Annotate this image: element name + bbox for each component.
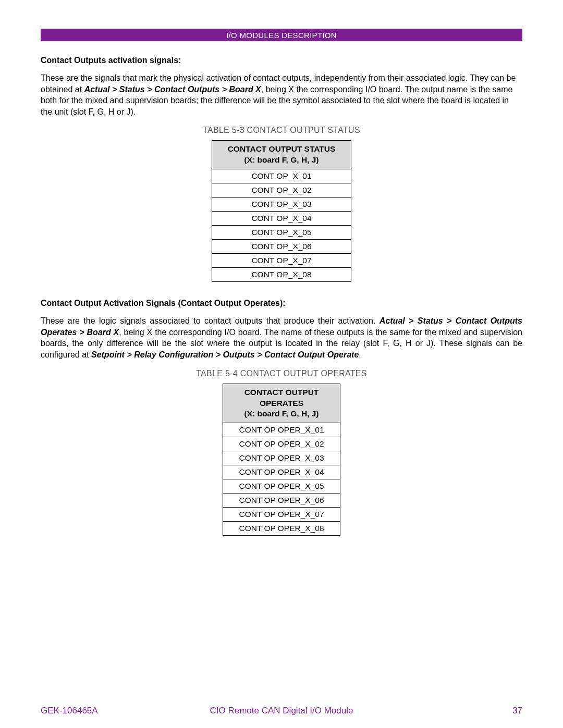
table-row: CONT OP OPER_X_04 [223,465,340,479]
section2-text-a: These are the logic signals associated t… [41,316,380,325]
table2-caption: TABLE 5-4 CONTACT OUTPUT OPERATES [41,369,522,378]
table2-cell: CONT OP OPER_X_02 [223,437,340,451]
table1-caption: TABLE 5-3 CONTACT OUTPUT STATUS [41,126,522,135]
section2-path-bold-2: Setpoint > Relay Configuration > Outputs… [91,350,359,359]
table-row: CONT OP_X_02 [212,183,351,198]
footer-document-code: GEK-106465A [41,706,98,716]
table1-cell: CONT OP_X_05 [212,226,351,240]
table-row: CONT OP_X_04 [212,212,351,226]
section1-path-bold: Actual > Status > Contact Outputs > Boar… [84,85,261,94]
table-row: CONT OP OPER_X_03 [223,451,340,465]
table2-cell: CONT OP OPER_X_04 [223,465,340,479]
table1-cell: CONT OP_X_04 [212,212,351,226]
table1-cell: CONT OP_X_07 [212,254,351,268]
page-header-bar: I/O MODULES DESCRIPTION [41,29,522,41]
table-row: CONT OP OPER_X_06 [223,493,340,508]
table-row: CONT OP OPER_X_08 [223,522,340,536]
page-footer: GEK-106465A CIO Remote CAN Digital I/O M… [41,706,522,716]
table1-cell: CONT OP_X_01 [212,169,351,183]
table2-header-line3: (X: board F, G, H, J) [244,409,319,418]
table2-cell: CONT OP OPER_X_07 [223,508,340,522]
table2-cell: CONT OP OPER_X_08 [223,522,340,536]
table-row: CONT OP_X_03 [212,198,351,212]
table-row: CONT OP_X_07 [212,254,351,268]
table1-header-line2: (X: board F, G, H, J) [244,155,319,164]
section2-heading: Contact Output Activation Signals (Conta… [41,299,522,308]
page-header-title: I/O MODULES DESCRIPTION [226,31,337,40]
footer-document-title: CIO Remote CAN Digital I/O Module [41,706,522,716]
table1-cell: CONT OP_X_08 [212,268,351,282]
table-row: CONT OP OPER_X_05 [223,479,340,493]
table-contact-output-operates: CONTACT OUTPUT OPERATES (X: board F, G, … [223,384,340,536]
footer-page-number: 37 [512,706,522,716]
section1-heading: Contact Outputs activation signals: [41,56,522,65]
table1-cell: CONT OP_X_03 [212,198,351,212]
table2-header: CONTACT OUTPUT OPERATES (X: board F, G, … [223,384,340,423]
table2-header-line1: CONTACT OUTPUT [244,388,319,397]
table1-cell: CONT OP_X_02 [212,183,351,198]
table2-cell: CONT OP OPER_X_06 [223,493,340,508]
table2-header-line2: OPERATES [260,399,303,408]
table2-cell: CONT OP OPER_X_01 [223,423,340,437]
table-contact-output-status: CONTACT OUTPUT STATUS (X: board F, G, H,… [212,140,352,282]
table1-cell: CONT OP_X_06 [212,240,351,254]
table-row: CONT OP_X_08 [212,268,351,282]
table-row: CONT OP OPER_X_07 [223,508,340,522]
table-row: CONT OP_X_01 [212,169,351,183]
table1-header: CONTACT OUTPUT STATUS (X: board F, G, H,… [212,141,351,169]
table2-cell: CONT OP OPER_X_03 [223,451,340,465]
section2-paragraph: These are the logic signals associated t… [41,315,522,360]
section2-text-e: . [359,350,361,359]
table-row: CONT OP OPER_X_02 [223,437,340,451]
table-row: CONT OP_X_05 [212,226,351,240]
table2-cell: CONT OP OPER_X_05 [223,479,340,493]
section1-paragraph: These are the signals that mark the phys… [41,72,522,117]
table1-header-line1: CONTACT OUTPUT STATUS [228,144,336,153]
table-row: CONT OP OPER_X_01 [223,423,340,437]
table-row: CONT OP_X_06 [212,240,351,254]
